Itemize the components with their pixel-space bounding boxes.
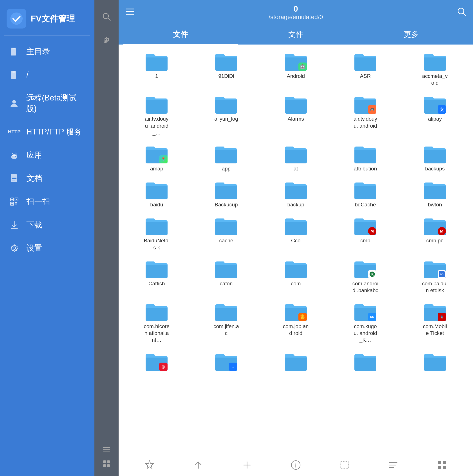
list-item[interactable]: 农 com.android .bankabc [332, 256, 399, 297]
middle-search-icon[interactable] [102, 0, 111, 28]
svg-rect-60 [438, 461, 441, 464]
toolbar-select-btn[interactable] [338, 459, 351, 472]
remote-label: 远程(Beta测试版) [26, 93, 86, 114]
kugou-overlay-icon: KG [368, 313, 376, 321]
list-item[interactable]: 支 alipay [401, 92, 469, 139]
list-item[interactable]: BaiduNetdis k [123, 213, 190, 254]
list-item[interactable]: aliyun_log [193, 92, 260, 139]
toolbar-star-btn[interactable] [143, 459, 156, 472]
list-item[interactable] [401, 349, 469, 376]
list-item[interactable]: 微 [123, 349, 190, 376]
file-name: Alarms [288, 115, 304, 122]
file-name: at [294, 165, 298, 172]
file-name: com.jifen.ac [213, 323, 239, 337]
file-name: com.Mobile Ticket [422, 323, 448, 337]
list-item[interactable]: Ccb [262, 213, 330, 254]
toolbar-grid-btn[interactable] [436, 459, 449, 472]
svg-rect-37 [107, 460, 110, 463]
list-item[interactable]: KG com.kugou. android_K… [332, 299, 399, 347]
svg-rect-61 [443, 461, 446, 464]
list-item[interactable]: 1 [123, 49, 190, 89]
http-icon: HTTP [9, 126, 20, 137]
list-item[interactable]: 🖐 com.job.and roid [262, 299, 330, 347]
list-item[interactable]: 🚆 com.Mobile Ticket [401, 299, 469, 347]
list-item[interactable]: attribution [332, 141, 399, 175]
list-item[interactable]: caton [193, 256, 260, 297]
sidebar-item-apps[interactable]: 应用 [0, 143, 94, 167]
list-item[interactable]: com.hicoren ational.ant… [123, 299, 190, 347]
tab-more[interactable]: 更多 [353, 25, 469, 45]
file-name: com.android .bankabc [352, 280, 379, 294]
sidebar-item-remote[interactable]: 远程(Beta测试版) [0, 86, 94, 120]
list-item[interactable]: M cmb [332, 213, 399, 254]
svg-rect-62 [438, 466, 441, 469]
file-name: attribution [354, 165, 377, 172]
http-ftp-label: HTTP/FTP 服务 [26, 127, 82, 137]
svg-point-30 [13, 247, 16, 249]
file-search-icon[interactable] [457, 7, 466, 18]
list-item[interactable]: accmeta_vo d [401, 49, 469, 89]
svg-rect-36 [103, 460, 106, 463]
weibo-overlay-icon: 微 [159, 363, 167, 371]
list-item[interactable]: baidu [123, 177, 190, 211]
list-item[interactable]: BD com.baidu.n etdisk [401, 256, 469, 297]
sidebar-item-http-ftp[interactable]: HTTP HTTP/FTP 服务 [0, 120, 94, 143]
toolbar-add-btn[interactable] [240, 459, 254, 472]
list-item[interactable]: Catfish [123, 256, 190, 297]
list-item[interactable] [262, 349, 330, 376]
svg-rect-38 [103, 464, 106, 467]
list-item[interactable]: cache [193, 213, 260, 254]
list-item[interactable]: 🤖 Android [262, 49, 330, 89]
list-item[interactable]: backup [262, 177, 330, 211]
hamburger-menu-icon[interactable] [125, 7, 135, 18]
middle-list-view-btn[interactable] [103, 446, 110, 455]
middle-grid-view-btn[interactable] [103, 460, 110, 469]
list-item[interactable]: Backucup [193, 177, 260, 211]
download-overlay-icon: ↓ [229, 363, 237, 371]
file-name: air.tv.douyu .android_… [143, 115, 170, 136]
list-item[interactable]: air.tv.douyu .android_… [123, 92, 190, 139]
toolbar-upload-btn[interactable] [192, 459, 205, 472]
list-item[interactable]: app [193, 141, 260, 175]
sidebar-item-settings[interactable]: 设置 [0, 237, 94, 260]
file-name: bwton [428, 201, 442, 208]
toolbar-sort-btn[interactable] [387, 459, 400, 472]
bankabc-overlay-icon: 农 [368, 270, 376, 278]
list-item[interactable]: Alarms [262, 92, 330, 139]
svg-rect-22 [11, 199, 13, 200]
list-item[interactable]: ↓ [193, 349, 260, 376]
tab-file-2[interactable]: 文件 [238, 25, 354, 45]
file-name: com [291, 280, 301, 287]
list-item[interactable]: backups [401, 141, 469, 175]
file-header: 0 /storage/emulated/0 [119, 0, 473, 25]
list-item[interactable]: 🎮 air.tv.douyu. android [332, 92, 399, 139]
svg-line-13 [12, 153, 13, 154]
list-item[interactable] [332, 349, 399, 376]
middle-more-label[interactable]: 更多 [102, 28, 111, 36]
app-logo [7, 9, 26, 29]
toolbar-info-btn[interactable] [289, 459, 302, 472]
svg-rect-25 [15, 202, 16, 203]
list-item[interactable]: 📍 amap [123, 141, 190, 175]
file-name: Backucup [215, 201, 237, 208]
list-item[interactable]: ASR [332, 49, 399, 89]
list-item[interactable]: at [262, 141, 330, 175]
list-item[interactable]: com [262, 256, 330, 297]
list-item[interactable]: M cmb.pb [401, 213, 469, 254]
sidebar-item-download[interactable]: 下载 [0, 213, 94, 237]
tab-file-1[interactable]: 文件 [123, 25, 238, 45]
download-label: 下载 [26, 220, 42, 230]
svg-line-32 [108, 18, 110, 20]
list-item[interactable]: com.jifen.ac [193, 299, 260, 347]
sidebar-item-root[interactable]: / [0, 63, 94, 86]
svg-rect-24 [11, 203, 13, 204]
sidebar-item-docs[interactable]: 文档 [0, 167, 94, 190]
middle-panel: 更多 [94, 0, 119, 476]
file-name: accmeta_vo d [422, 73, 448, 86]
list-item[interactable]: bwton [401, 177, 469, 211]
sidebar-item-main-dir[interactable]: 主目录 [0, 40, 94, 63]
list-item[interactable]: 91DiDi [193, 49, 260, 89]
list-item[interactable]: bdCache [332, 177, 399, 211]
sidebar-item-scan[interactable]: 扫一扫 [0, 190, 94, 213]
svg-rect-26 [16, 202, 17, 203]
